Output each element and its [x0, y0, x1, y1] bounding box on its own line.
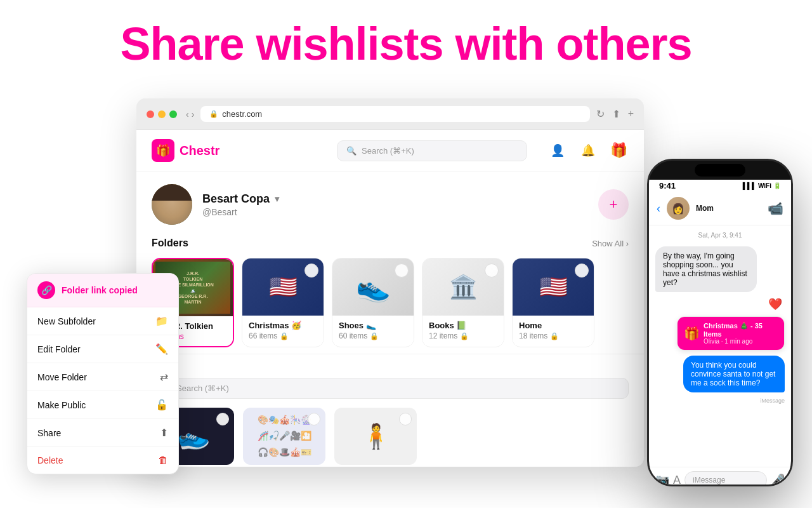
- chestr-card-icon: 🎁: [684, 326, 700, 341]
- menu-item-make-public[interactable]: Make Public 🔓: [27, 391, 178, 419]
- profile-handle: @Besart: [202, 207, 588, 217]
- header-icons: 👤 🔔 🎁: [547, 140, 629, 161]
- items-section: Items 🔍 Search (⌘+K) 👟 🎨🎭🎪🎠🎡🎢🎣🎤🎥🎦🎧🎨🎩🎪🎫: [136, 354, 644, 465]
- forward-arrow[interactable]: ›: [192, 109, 195, 119]
- avatar: [152, 184, 192, 225]
- lock-icon: 🔒: [209, 110, 218, 118]
- back-button[interactable]: ‹: [657, 202, 660, 215]
- chestr-card-header: 🎁 Christmas 🎄 - 35 Items Olivia · 1 min …: [678, 317, 784, 350]
- folder-checkbox-christmas[interactable]: [304, 264, 318, 277]
- folder-name-books: Books 📗: [429, 321, 497, 330]
- folder-count-home: 18 items 🔒: [519, 331, 587, 340]
- address-bar[interactable]: 🔒 chestr.com: [200, 106, 589, 122]
- gift-icon[interactable]: 🎁: [608, 140, 629, 161]
- phone-status-bar: 9:41 ▌▌▌ WiFi 🔋: [649, 180, 791, 192]
- folder-checkbox-books[interactable]: [485, 264, 499, 277]
- share-icon[interactable]: ⬆: [612, 108, 620, 120]
- profile-info: Besart Copa ▾ @Besart: [202, 192, 588, 217]
- item-card-pattern[interactable]: 🎨🎭🎪🎠🎡🎢🎣🎤🎥🎦🎧🎨🎩🎪🎫: [243, 408, 325, 465]
- new-subfolder-label: New Subfolder: [37, 316, 96, 326]
- sneaker-emoji: 👟: [174, 418, 212, 455]
- imessage-header: ‹ 👩 Mom 📹: [649, 192, 791, 225]
- traffic-light-green[interactable]: [169, 110, 177, 118]
- browser-actions: ↻ ⬆ +: [596, 108, 634, 120]
- video-call-icon[interactable]: 📹: [768, 201, 783, 216]
- folder-checkbox-shoes[interactable]: [395, 264, 409, 277]
- delete-label: Delete: [37, 455, 63, 465]
- folder-name-home: Home: [519, 321, 587, 330]
- chestr-share-card[interactable]: 🎁 Christmas 🎄 - 35 Items Olivia · 1 min …: [677, 316, 785, 351]
- item-checkbox-3[interactable]: [399, 413, 412, 425]
- bell-icon[interactable]: 🔔: [578, 140, 598, 161]
- items-header: Items: [152, 361, 629, 371]
- app-content: 🎁 Chestr 🔍 Search (⌘+K) 👤 🔔 🎁: [136, 130, 644, 467]
- make-public-label: Make Public: [37, 400, 86, 410]
- mic-icon[interactable]: 🎤: [771, 473, 785, 485]
- message-body: Sat, Apr 3, 9:41 By the way, I'm going s…: [649, 225, 791, 467]
- edit-folder-icon: ✏️: [155, 343, 168, 355]
- avatar-face: [152, 184, 192, 225]
- traffic-light-red[interactable]: [147, 110, 154, 118]
- new-tab-icon[interactable]: +: [628, 108, 634, 120]
- avatar-icon[interactable]: 👤: [547, 140, 568, 161]
- phone-notch: [649, 161, 791, 180]
- chestr-card-time: 1 min ago: [724, 338, 752, 345]
- folder-name-shoes: Shoes 🥿: [339, 321, 407, 330]
- message-input[interactable]: iMessage: [684, 471, 767, 485]
- chestr-card-info: Christmas 🎄 - 35 Items Olivia · 1 min ag…: [704, 322, 778, 345]
- user-name: Besart Copa: [202, 192, 270, 206]
- apps-icon[interactable]: A: [673, 474, 681, 485]
- folder-card-books[interactable]: 🏛️ Books 📗 12 items 🔒: [422, 258, 504, 347]
- new-subfolder-icon: 📁: [155, 315, 168, 327]
- folders-grid: J.R.R.TOLKIENTHE SILMARILLION🏔️GEORGE R.…: [152, 258, 629, 347]
- menu-item-edit-folder[interactable]: Edit Folder ✏️: [27, 335, 178, 363]
- item-card-person[interactable]: 🧍: [334, 408, 417, 465]
- items-search-placeholder: Search (⌘+K): [176, 384, 229, 393]
- person-emoji: 🧍: [361, 422, 391, 450]
- phone-mockup: 9:41 ▌▌▌ WiFi 🔋 ‹ 👩 Mom 📹 Sat, Apr 3, 9:…: [647, 159, 793, 486]
- folder-card-home[interactable]: 🇺🇸 Home 18 items 🔒: [512, 258, 594, 347]
- heart-reaction: ❤️: [768, 297, 782, 311]
- add-button[interactable]: +: [598, 189, 629, 220]
- refresh-icon[interactable]: ↻: [596, 108, 605, 120]
- chevron-down-icon[interactable]: ▾: [275, 194, 279, 204]
- share-label: Share: [37, 428, 61, 438]
- msg-time: iMessage: [760, 398, 785, 404]
- items-search[interactable]: 🔍 Search (⌘+K): [152, 378, 629, 399]
- avatar-hair: [152, 184, 192, 201]
- message-date: Sat, Apr 3, 9:41: [655, 232, 785, 239]
- folder-card-christmas[interactable]: 🇺🇸 Christmas 🥳 66 items 🔒: [242, 258, 324, 347]
- menu-item-move-folder[interactable]: Move Folder ⇄: [27, 363, 178, 391]
- phone-screen: 9:41 ▌▌▌ WiFi 🔋 ‹ 👩 Mom 📹 Sat, Apr 3, 9:…: [649, 180, 791, 485]
- chestr-card-name: Olivia: [704, 338, 719, 345]
- share-menu-icon: ⬆: [160, 427, 168, 439]
- profile-section: Besart Copa ▾ @Besart +: [136, 171, 644, 231]
- folder-checkbox-home[interactable]: [575, 264, 589, 277]
- show-all-link[interactable]: Show All ›: [592, 239, 629, 248]
- menu-item-delete[interactable]: Delete 🗑: [27, 447, 178, 474]
- link-icon-circle: 🔗: [37, 281, 55, 299]
- wifi-icon: WiFi: [758, 182, 771, 189]
- copied-text: Folder link copied: [62, 285, 138, 295]
- camera-icon[interactable]: 📷: [655, 473, 669, 485]
- status-time: 9:41: [659, 181, 676, 190]
- app-header: 🎁 Chestr 🔍 Search (⌘+K) 👤 🔔 🎁: [136, 130, 644, 171]
- back-arrow[interactable]: ‹: [186, 109, 189, 119]
- msg-bubble-outgoing: You think you could convince santa to no…: [683, 356, 785, 392]
- phone-input-area: 📷 A iMessage 🎤: [649, 467, 791, 485]
- christmas-emoji: 🇺🇸: [269, 274, 298, 300]
- item-checkbox-2[interactable]: [308, 413, 320, 425]
- menu-item-new-subfolder[interactable]: New Subfolder 📁: [27, 307, 178, 335]
- traffic-light-yellow[interactable]: [158, 110, 166, 118]
- traffic-lights: [147, 110, 177, 118]
- folder-info-home: Home 18 items 🔒: [513, 316, 594, 345]
- folder-info-shoes: Shoes 🥿 60 items 🔒: [332, 316, 414, 345]
- signal-icon: ▌▌▌: [743, 182, 756, 189]
- search-bar[interactable]: 🔍 Search (⌘+K): [337, 140, 527, 161]
- item-checkbox-1[interactable]: [216, 413, 229, 425]
- search-placeholder: Search (⌘+K): [362, 146, 414, 156]
- folder-card-shoes[interactable]: 👟 Shoes 🥿 60 items 🔒: [332, 258, 414, 347]
- make-public-icon: 🔓: [155, 399, 168, 411]
- menu-item-share[interactable]: Share ⬆: [27, 419, 178, 447]
- folder-name-christmas: Christmas 🥳: [249, 321, 317, 330]
